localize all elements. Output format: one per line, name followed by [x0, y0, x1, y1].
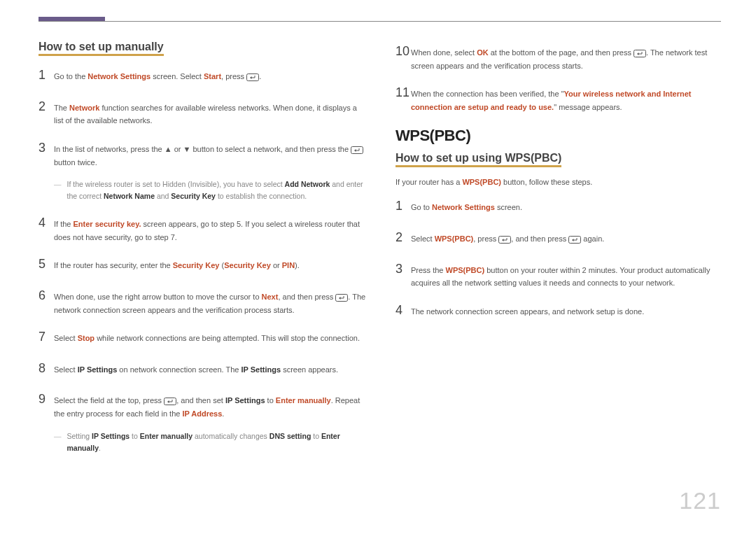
keyword: IP Settings — [241, 365, 281, 374]
step-body: When the connection has been verified, t… — [411, 87, 724, 113]
enter-icon — [164, 398, 176, 405]
step-number: 2 — [38, 96, 54, 118]
enter-icon — [568, 236, 581, 244]
step-item: 11When the connection has been verified,… — [396, 82, 724, 113]
step-body: Press the WPS(PBC) button on your router… — [411, 264, 724, 290]
step-body: Select Stop while network connections ar… — [54, 332, 368, 345]
step-item: 3Press the WPS(PBC) button on your route… — [396, 258, 724, 290]
step-number: 5 — [38, 253, 54, 275]
step-body: When done, select OK at the bottom of th… — [411, 46, 724, 72]
step-body: The network connection screen appears, a… — [411, 305, 724, 318]
steps-list-manual-cont: 10When done, select OK at the bottom of … — [396, 41, 724, 114]
step-item: 9Select the field at the top, press , an… — [38, 388, 368, 420]
keyword: Your wireless network and Internet conne… — [411, 90, 692, 111]
keyword: Network Settings — [88, 72, 150, 80]
step-body: Select IP Settings on network connection… — [54, 363, 368, 377]
step-item: 1Go to Network Settings screen. — [396, 195, 724, 217]
step-number: 2 — [396, 227, 411, 248]
keyword: Network Settings — [432, 203, 495, 211]
step-number: 11 — [396, 82, 411, 104]
step-body: Go to the Network Settings screen. Selec… — [54, 70, 368, 83]
enter-icon — [246, 73, 259, 81]
step-item: 4The network connection screen appears, … — [396, 300, 724, 321]
keyword: WPS(PBC) — [435, 234, 474, 243]
step-body: The Network function searches for availa… — [54, 101, 368, 127]
enter-icon — [351, 146, 363, 154]
steps-list-manual: 1Go to the Network Settings screen. Sele… — [38, 64, 368, 454]
step-item: 10When done, select OK at the bottom of … — [396, 41, 724, 72]
step-item: 3In the list of networks, press the ▲ or… — [38, 137, 368, 169]
section-heading-wpspbc: How to set up using WPS(PBC) — [396, 152, 561, 167]
keyword: PIN — [282, 261, 295, 269]
keyword: Network — [69, 104, 99, 112]
keyword: WPS(PBC) — [446, 266, 485, 274]
steps-list-wpspbc: 1Go to Network Settings screen.2Select W… — [396, 195, 724, 321]
keyword: Stop — [78, 334, 94, 342]
step-body: Go to Network Settings screen. — [411, 201, 724, 214]
page-number: 121 — [679, 487, 721, 514]
step-body: Select WPS(PBC), press , and then press … — [411, 232, 724, 246]
keyword: IP Settings — [92, 432, 130, 440]
note: Setting IP Settings to Enter manually au… — [54, 430, 368, 454]
step-number: 4 — [396, 300, 411, 321]
keyword: IP Address — [182, 409, 222, 418]
keyword: Security Key — [171, 192, 216, 200]
step-number: 9 — [38, 388, 54, 410]
keyword: DNS setting — [270, 432, 312, 440]
document-page: How to set up manually 1Go to the Networ… — [0, 0, 756, 534]
keyword: Enter manually — [276, 396, 331, 405]
step-item: 2The Network function searches for avail… — [38, 96, 368, 127]
step-number: 6 — [38, 285, 54, 307]
step-body: Select the field at the top, press , and… — [54, 394, 368, 420]
two-column-layout: How to set up manually 1Go to the Networ… — [38, 41, 724, 463]
section-title-wpspbc: WPS(PBC) — [396, 127, 724, 145]
note: If the wireless router is set to Hidden … — [54, 178, 368, 202]
keyword: Enter manually — [140, 432, 192, 440]
step-item: 2Select WPS(PBC), press , and then press… — [396, 227, 724, 248]
step-number: 3 — [38, 137, 54, 159]
enter-icon — [335, 294, 348, 302]
keyword: Enter security key. — [74, 220, 141, 228]
header-rule — [38, 21, 721, 22]
step-number: 7 — [38, 326, 54, 348]
keyword: Add Network — [285, 180, 330, 188]
keyword: Security Key — [173, 261, 220, 269]
keyword: OK — [477, 48, 489, 57]
section-heading-manual: How to set up manually — [38, 41, 164, 56]
keyword: WPS(PBC) — [462, 178, 501, 186]
step-body: In the list of networks, press the ▲ or … — [54, 143, 368, 169]
step-number: 1 — [38, 64, 54, 86]
keyword: IP Settings — [78, 365, 118, 374]
keyword: Start — [204, 72, 221, 80]
enter-icon — [634, 50, 646, 57]
step-item: 4If the Enter security key. screen appea… — [38, 212, 368, 244]
intro-text: If your router has a WPS(PBC) button, fo… — [396, 176, 724, 189]
keyword: Network Name — [104, 192, 155, 200]
left-column: How to set up manually 1Go to the Networ… — [38, 41, 368, 463]
step-number: 10 — [396, 41, 411, 62]
step-number: 4 — [38, 212, 54, 234]
step-item: 6When done, use the right arrow button t… — [38, 285, 368, 316]
step-item: 1Go to the Network Settings screen. Sele… — [38, 64, 368, 86]
step-number: 1 — [396, 195, 411, 217]
keyword: Next — [262, 293, 279, 301]
keyword: IP Settings — [225, 396, 265, 405]
step-number: 8 — [38, 358, 54, 379]
step-item: 8Select IP Settings on network connectio… — [38, 358, 368, 379]
step-number: 3 — [396, 258, 411, 280]
keyword: Security Key — [224, 261, 271, 269]
step-body: If the Enter security key. screen appear… — [54, 218, 368, 244]
step-item: 7Select Stop while network connections a… — [38, 326, 368, 348]
step-item: 5If the router has security, enter the S… — [38, 253, 368, 275]
enter-icon — [498, 236, 511, 244]
step-body: If the router has security, enter the Se… — [54, 259, 368, 272]
right-column: 10When done, select OK at the bottom of … — [396, 41, 724, 463]
step-body: When done, use the right arrow button to… — [54, 290, 368, 316]
